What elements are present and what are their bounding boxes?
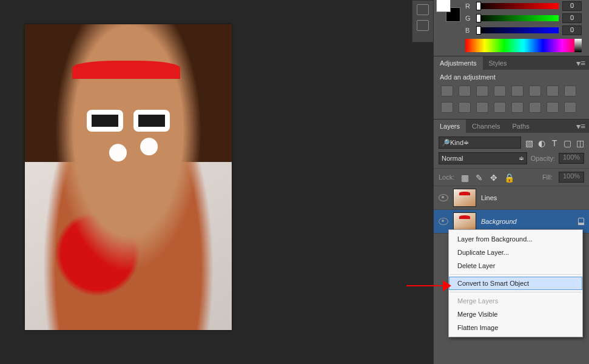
filter-shape-icon[interactable]: ▢: [563, 138, 571, 147]
selective-color-icon[interactable]: [564, 102, 576, 113]
layer-list: Lines Background: [434, 186, 589, 234]
layers-panel-menu-icon[interactable]: ▾≡: [576, 123, 585, 129]
context-menu-item[interactable]: Delete Layer: [449, 259, 582, 272]
layer-name[interactable]: Background: [481, 218, 573, 225]
filter-type-icon[interactable]: T: [550, 138, 559, 147]
image-content: [25, 24, 232, 330]
layers-panel: Layers Channels Paths ▾≡ 🔎 Kind ≑ ▧ ◐ T …: [434, 119, 589, 234]
layer-filter-kind[interactable]: 🔎 Kind ≑: [439, 136, 521, 149]
context-menu-separator: [450, 274, 581, 275]
annotation-arrow: [406, 280, 451, 291]
r-slider[interactable]: [476, 3, 559, 9]
tab-adjustments[interactable]: Adjustments: [434, 56, 483, 70]
visibility-toggle-icon[interactable]: [439, 218, 448, 225]
r-label: R: [465, 2, 473, 10]
layer-thumbnail[interactable]: [453, 212, 476, 231]
black-white-icon[interactable]: [564, 86, 576, 96]
foreground-color-swatch[interactable]: [436, 0, 451, 12]
opacity-field[interactable]: 100%: [559, 153, 584, 164]
b-value[interactable]: 0: [562, 25, 582, 35]
layer-filter-icons: ▧ ◐ T ▢ ◫: [525, 138, 584, 147]
tab-channels[interactable]: Channels: [466, 120, 506, 133]
adjustments-icon-grid: [434, 86, 589, 119]
panel-menu-icon[interactable]: ▾≡: [576, 60, 585, 66]
lock-position-icon[interactable]: ✥: [490, 173, 498, 181]
blend-mode-value: Normal: [442, 155, 463, 162]
context-menu-item[interactable]: Convert to Smart Object: [449, 277, 582, 290]
blend-mode-dropdown[interactable]: Normal ≑: [439, 152, 527, 164]
spectrum-ramp[interactable]: [465, 39, 582, 52]
gradient-map-icon[interactable]: [547, 102, 559, 113]
channel-mixer-icon[interactable]: [459, 102, 471, 113]
brightness-contrast-icon[interactable]: [441, 86, 453, 96]
lock-pixels-icon[interactable]: ✎: [475, 173, 483, 181]
visibility-toggle-icon[interactable]: [439, 194, 448, 201]
threshold-icon[interactable]: [529, 102, 541, 113]
lock-label: Lock:: [439, 174, 454, 181]
b-slider[interactable]: [476, 27, 559, 33]
photo-filter-icon[interactable]: [441, 102, 453, 113]
color-lookup-icon[interactable]: [476, 102, 488, 113]
color-panel: R 0 G 0 B 0: [434, 0, 589, 56]
filter-kind-label: Kind: [450, 139, 463, 146]
g-value[interactable]: 0: [562, 13, 582, 23]
tab-styles[interactable]: Styles: [483, 56, 513, 70]
b-label: B: [465, 27, 473, 34]
hue-saturation-icon[interactable]: [529, 86, 541, 96]
tab-paths[interactable]: Paths: [507, 120, 536, 133]
opacity-label: Opacity:: [531, 155, 555, 162]
color-balance-icon[interactable]: [547, 86, 559, 96]
tab-layers[interactable]: Layers: [434, 120, 466, 133]
adjustments-panel: Adjustments Styles ▾≡ Add an adjustment: [434, 56, 589, 119]
g-slider[interactable]: [476, 15, 559, 21]
layer-name[interactable]: Lines: [481, 194, 584, 201]
context-menu-item[interactable]: Merge Visible: [449, 308, 582, 321]
curves-icon[interactable]: [476, 86, 488, 96]
lock-transparency-icon[interactable]: ▦: [460, 173, 469, 181]
layer-thumbnail[interactable]: [453, 189, 476, 207]
document-window[interactable]: [25, 24, 232, 330]
invert-icon[interactable]: [494, 102, 506, 113]
filter-pixel-icon[interactable]: ▧: [525, 138, 533, 147]
sunglasses-graphic: [87, 110, 169, 132]
posterize-icon[interactable]: [511, 102, 523, 113]
history-icon[interactable]: [417, 4, 429, 15]
levels-icon[interactable]: [459, 86, 471, 96]
foreground-background-swatches[interactable]: [436, 0, 460, 24]
context-menu-item[interactable]: Duplicate Layer...: [449, 246, 582, 259]
layer-lock-icon: [578, 218, 584, 225]
r-value[interactable]: 0: [562, 1, 582, 11]
context-menu-item[interactable]: Layer from Background...: [449, 232, 582, 246]
headband-graphic: [72, 61, 180, 79]
filter-adjustment-icon[interactable]: ◐: [537, 138, 546, 147]
lock-all-icon[interactable]: 🔒: [504, 173, 513, 181]
context-menu-separator: [450, 292, 581, 292]
fill-label: Fill:: [542, 174, 553, 181]
collapsed-panel-strip[interactable]: [412, 0, 434, 42]
properties-icon[interactable]: [417, 20, 429, 31]
context-menu-item: Merge Layers: [449, 294, 582, 308]
adjustments-title: Add an adjustment: [434, 70, 589, 86]
filter-smart-icon[interactable]: ◫: [576, 138, 584, 147]
exposure-icon[interactable]: [494, 86, 506, 96]
canvas-area[interactable]: [0, 0, 431, 364]
layer-item-lines[interactable]: Lines: [434, 186, 589, 210]
g-label: G: [465, 15, 473, 22]
context-menu-item[interactable]: Flatten Image: [449, 321, 582, 334]
fill-field[interactable]: 100%: [559, 172, 584, 183]
layer-context-menu[interactable]: Layer from Background...Duplicate Layer.…: [448, 229, 583, 337]
vibrance-icon[interactable]: [511, 86, 523, 96]
